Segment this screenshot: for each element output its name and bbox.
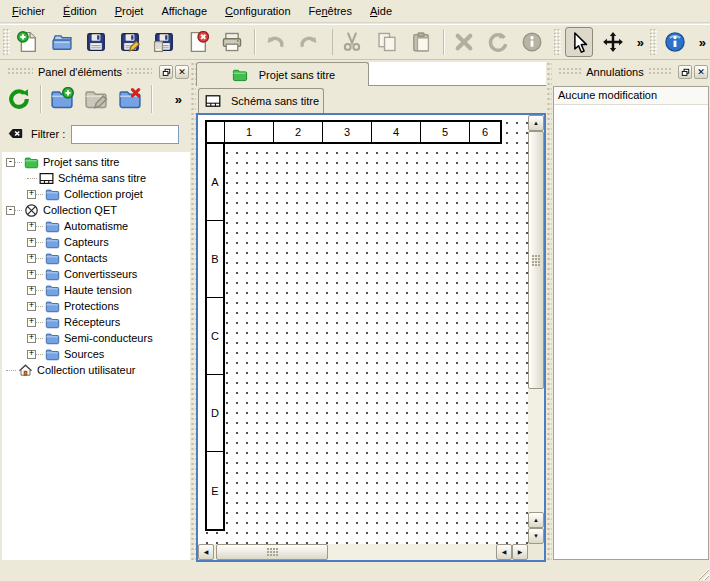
new-category-button[interactable]: [47, 84, 77, 114]
expand-branch-icon[interactable]: +: [27, 270, 36, 279]
filter-input[interactable]: [71, 125, 179, 144]
filter-label: Filtrer :: [31, 128, 65, 140]
window-resize-grip[interactable]: [696, 567, 709, 580]
toolbar-handle[interactable]: [3, 29, 10, 55]
scroll-left-button[interactable]: ◀: [198, 544, 214, 560]
toolbar-handle[interactable]: [554, 29, 561, 55]
expand-branch-icon[interactable]: +: [27, 350, 36, 359]
scroll-right-button[interactable]: ▶: [512, 544, 528, 560]
about-info-button[interactable]: [661, 27, 689, 57]
expand-branch-icon[interactable]: +: [27, 286, 36, 295]
tree-item[interactable]: Schéma sans titre: [2, 170, 190, 186]
tab-project[interactable]: Projet sans titre: [196, 62, 369, 86]
horizontal-scrollbar[interactable]: ◀ ◀ ▶: [198, 544, 528, 560]
horizontal-scroll-thumb[interactable]: [216, 544, 328, 560]
clear-filter-button[interactable]: [7, 126, 25, 142]
toolbar-extension-button[interactable]: »: [171, 92, 186, 107]
scroll-up-button[interactable]: ▲: [528, 115, 544, 131]
tab-schema-label: Schéma sans titre: [231, 95, 319, 107]
menu-aide[interactable]: Aide: [361, 1, 401, 21]
scroll-down-button[interactable]: ▼: [528, 528, 544, 544]
float-dock-button[interactable]: [159, 65, 173, 79]
expand-branch-icon[interactable]: +: [27, 318, 36, 327]
schema-canvas[interactable]: 123456 ABCDE: [198, 115, 528, 544]
tree-item[interactable]: +Semi-conducteurs: [2, 330, 190, 346]
select-arrow-icon: [568, 31, 590, 53]
expand-branch-icon[interactable]: +: [27, 254, 36, 263]
tree-item[interactable]: +Contacts: [2, 250, 190, 266]
copy-button[interactable]: [373, 27, 401, 57]
tree-item[interactable]: -Collection QET: [2, 202, 190, 218]
save-button[interactable]: [82, 27, 110, 57]
close-document-icon: [187, 31, 209, 53]
right-splitter-handle[interactable]: [546, 62, 552, 562]
elements-panel-titlebar[interactable]: Panel d'éléments ✕: [3, 64, 189, 80]
vertical-scrollbar[interactable]: ▲ ▲ ▼: [528, 115, 544, 544]
menu-projet[interactable]: Projet: [106, 1, 153, 21]
expand-branch-icon[interactable]: +: [27, 190, 36, 199]
header-corner-cell: [207, 122, 225, 142]
rotate-button[interactable]: [484, 27, 512, 57]
toolbar-handle[interactable]: [650, 29, 657, 55]
row-header-cell: E: [207, 452, 223, 529]
tree-item[interactable]: +Haute tension: [2, 282, 190, 298]
edit-category-button[interactable]: [81, 84, 111, 114]
print-icon: [221, 31, 243, 53]
open-project-button[interactable]: [48, 27, 76, 57]
menu-affichage[interactable]: Affichage: [152, 1, 216, 21]
tree-connector-line: [36, 354, 43, 355]
undo-panel-titlebar[interactable]: Annulations ✕: [554, 64, 708, 80]
save-all-button[interactable]: [150, 27, 178, 57]
tree-item[interactable]: -Projet sans titre: [2, 154, 190, 170]
move-button[interactable]: [599, 27, 627, 57]
expand-branch-icon[interactable]: +: [27, 222, 36, 231]
schema-icon: [39, 171, 54, 186]
tree-item[interactable]: +Collection projet: [2, 186, 190, 202]
toolbar-extension-button[interactable]: »: [633, 35, 648, 50]
elements-panel-toolbar: »: [2, 82, 190, 116]
tree-item[interactable]: +Sources: [2, 346, 190, 362]
menu-edition[interactable]: Édition: [54, 1, 106, 21]
delete-button[interactable]: [450, 27, 478, 57]
scroll-up-button-2[interactable]: ▲: [528, 512, 544, 528]
collapse-branch-icon[interactable]: -: [6, 158, 15, 167]
save-as-button[interactable]: [116, 27, 144, 57]
close-dock-button[interactable]: ✕: [175, 65, 189, 79]
reload-button[interactable]: [4, 84, 34, 114]
new-document-button[interactable]: [14, 27, 42, 57]
menu-fichier[interactable]: Fichier: [3, 1, 54, 21]
undo-button[interactable]: [261, 27, 289, 57]
toolbar-extension-button[interactable]: »: [695, 35, 710, 50]
vertical-scroll-thumb[interactable]: [528, 131, 544, 389]
element-info-button[interactable]: [518, 27, 546, 57]
select-arrow-button[interactable]: [565, 27, 593, 57]
tab-schema[interactable]: Schéma sans titre: [198, 88, 324, 113]
collapse-branch-icon[interactable]: -: [6, 206, 15, 215]
undo-icon: [264, 31, 286, 53]
redo-button[interactable]: [295, 27, 323, 57]
tree-item[interactable]: +Convertisseurs: [2, 266, 190, 282]
expand-branch-icon[interactable]: +: [27, 238, 36, 247]
arrow-up-icon: ▲: [533, 517, 539, 523]
print-button[interactable]: [218, 27, 246, 57]
delete-category-button[interactable]: [115, 84, 145, 114]
tree-item[interactable]: +Capteurs: [2, 234, 190, 250]
menu-fenetres[interactable]: Fenêtres: [300, 1, 361, 21]
tree-connector-line: [15, 162, 22, 163]
tree-item[interactable]: +Protections: [2, 298, 190, 314]
menu-configuration[interactable]: Configuration: [216, 1, 299, 21]
float-dock-button[interactable]: [678, 65, 692, 79]
cut-button[interactable]: [338, 27, 366, 57]
expand-branch-icon[interactable]: +: [27, 302, 36, 311]
scroll-left-button-2[interactable]: ◀: [496, 544, 512, 560]
paste-button[interactable]: [407, 27, 435, 57]
expand-branch-icon[interactable]: +: [27, 334, 36, 343]
close-dock-button[interactable]: ✕: [694, 65, 708, 79]
tree-item-label: Collection QET: [43, 204, 120, 216]
folder-blue-icon: [45, 251, 60, 266]
close-document-button[interactable]: [184, 27, 212, 57]
tree-item[interactable]: +Automatisme: [2, 218, 190, 234]
tree-item[interactable]: +Récepteurs: [2, 314, 190, 330]
tree-item[interactable]: Collection utilisateur: [2, 362, 190, 378]
undo-list-item[interactable]: Aucune modification: [554, 87, 708, 105]
